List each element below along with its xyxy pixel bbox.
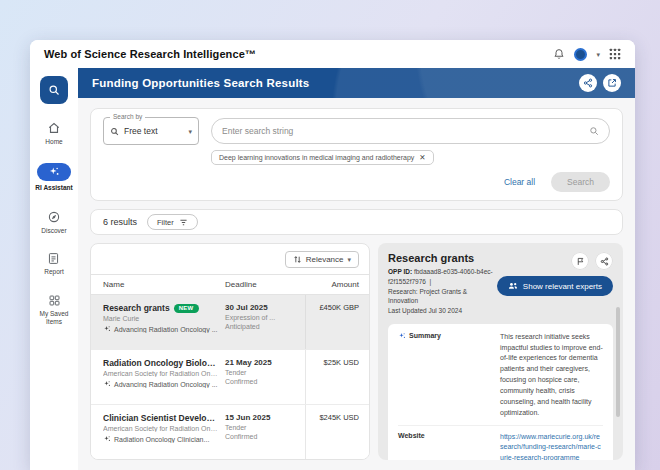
detail-fields: Summary This research initiative seeks i…: [388, 324, 613, 460]
discover-compass-icon: [47, 210, 61, 224]
account-menu-caret-icon[interactable]: ▾: [596, 51, 600, 58]
column-deadline: Deadline: [225, 280, 305, 289]
detail-panel: Research grants OPP ID: fbdaaad8-e035-40…: [378, 243, 623, 460]
search-mode-caret-icon: ▾: [188, 128, 192, 135]
filter-button[interactable]: Filter: [147, 214, 198, 230]
sparkle-icon: [103, 435, 111, 443]
sidebar-item-my-saved-items[interactable]: My Saved Items: [37, 294, 71, 327]
meta-divider: |: [430, 278, 432, 285]
page-banner: Funding Opportunities Search Results: [78, 68, 635, 98]
sort-arrows-icon: [293, 255, 302, 264]
home-icon: [47, 121, 61, 135]
detail-share-button[interactable]: [595, 252, 613, 270]
column-name: Name: [91, 280, 225, 289]
detail-title: Research grants: [388, 252, 497, 264]
sidebar-item-discover[interactable]: Discover: [41, 210, 66, 235]
experts-people-icon: [508, 281, 518, 291]
left-navigation-rail: Home RI Assistant Discover Report: [30, 68, 78, 470]
share-button[interactable]: [579, 74, 597, 92]
table-rows: Research grantsNEW Marie Curie Advancing…: [91, 295, 369, 459]
rail-search-button[interactable]: [40, 76, 68, 104]
table-row[interactable]: Research grantsNEW Marie Curie Advancing…: [91, 295, 369, 350]
clear-all-link[interactable]: Clear all: [504, 177, 535, 187]
search-submit-icon[interactable]: [589, 126, 599, 136]
research-line: Research: Project Grants & Innovation: [388, 288, 467, 305]
notifications-bell-icon[interactable]: [553, 48, 565, 60]
query-chip-row: Deep learning innovations in medical ima…: [211, 150, 610, 165]
field-row: Website https://www.mariecurie.org.uk/re…: [398, 426, 603, 461]
topbar-actions: ▾: [553, 48, 621, 61]
detail-panel-scrollbar[interactable]: [616, 307, 620, 417]
query-chip-label: Deep learning innovations in medical ima…: [219, 154, 414, 161]
desktop-background: Web of Science Research Intelligence™ ▾: [0, 0, 660, 470]
brand-logo: Web of Science Research Intelligence™: [44, 48, 256, 60]
table-row[interactable]: Clinician Scientist Development... Ameri…: [91, 405, 369, 459]
report-document-icon: [47, 252, 60, 265]
app-window: Web of Science Research Intelligence™ ▾: [30, 40, 635, 470]
saved-items-grid-icon: [48, 294, 61, 307]
export-button[interactable]: [603, 74, 621, 92]
search-row: Search by Free text ▾: [103, 117, 610, 145]
app-body: Home RI Assistant Discover Report: [30, 68, 635, 470]
avatar: [574, 48, 587, 61]
query-chip[interactable]: Deep learning innovations in medical ima…: [211, 150, 434, 165]
detail-meta: OPP ID: fbdaaad8-e035-4060-b4ec-f2f1552f…: [388, 267, 497, 316]
chip-close-icon[interactable]: ✕: [419, 153, 425, 162]
search-mode-magnifier-icon: [110, 127, 119, 136]
last-updated: Last Updated Jul 30 2024: [388, 307, 462, 314]
search-input[interactable]: [222, 126, 589, 136]
search-mode-value: Free text: [124, 126, 183, 136]
sort-dropdown[interactable]: Relevance ▾: [285, 251, 359, 268]
user-avatar[interactable]: [574, 48, 587, 61]
search-button[interactable]: Search: [551, 172, 610, 192]
detail-header: Research grants OPP ID: fbdaaad8-e035-40…: [388, 252, 613, 316]
sparkle-icon: [103, 325, 111, 333]
results-bar: 6 results Filter: [90, 209, 623, 235]
show-relevant-experts-button[interactable]: Show relevant experts: [497, 276, 613, 296]
column-amount: Amount: [305, 280, 369, 289]
search-card: Search by Free text ▾: [90, 108, 623, 201]
field-row: Summary This research initiative seeks i…: [398, 326, 603, 426]
opp-id-label: OPP ID:: [388, 268, 412, 275]
top-bar: Web of Science Research Intelligence™ ▾: [30, 40, 635, 68]
summary-sparkle-icon: [398, 332, 406, 340]
filter-label: Filter: [157, 218, 174, 227]
page-title: Funding Opportunities Search Results: [92, 77, 309, 89]
search-by-dropdown[interactable]: Search by Free text ▾: [103, 117, 199, 145]
search-by-legend: Search by: [110, 113, 145, 120]
table-header: Name Deadline Amount: [91, 274, 369, 295]
new-badge: NEW: [174, 304, 199, 313]
content-area: Search by Free text ▾: [78, 98, 635, 470]
main-area: Funding Opportunities Search Results: [78, 68, 635, 470]
results-list-card: Relevance ▾ Name Deadline Amount: [90, 243, 370, 460]
sort-label: Relevance: [306, 255, 344, 264]
apps-grid-icon[interactable]: [609, 48, 621, 60]
sparkle-icon: [103, 380, 111, 388]
website-link[interactable]: https://www.mariecurie.org.uk/research/f…: [500, 432, 603, 461]
sort-row: Relevance ▾: [91, 244, 369, 274]
flag-save-button[interactable]: [571, 252, 589, 270]
sidebar-item-home[interactable]: Home: [45, 121, 62, 146]
banner-actions: [579, 74, 621, 92]
search-actions: Clear all Search: [103, 172, 610, 192]
filter-funnel-icon: [179, 218, 188, 227]
search-input-wrapper: [211, 118, 610, 144]
results-count: 6 results: [103, 217, 137, 227]
results-panels: Relevance ▾ Name Deadline Amount: [90, 243, 623, 460]
sidebar-item-report[interactable]: Report: [44, 252, 64, 276]
assistant-sparkle-icon: [37, 163, 71, 181]
sidebar-item-ri-assistant[interactable]: RI Assistant: [35, 163, 72, 192]
sort-caret-icon: ▾: [347, 256, 351, 263]
table-row[interactable]: Radiation Oncology Biology Seed... Ameri…: [91, 350, 369, 405]
